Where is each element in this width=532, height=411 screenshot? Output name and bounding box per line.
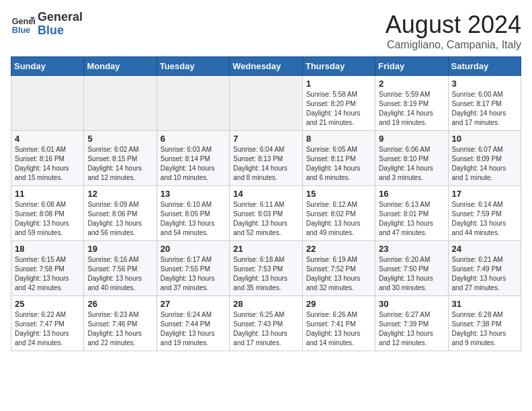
calendar-cell: 14Sunrise: 6:11 AM Sunset: 8:03 PM Dayli… (230, 186, 302, 241)
cell-content: Sunrise: 6:16 AM Sunset: 7:56 PM Dayligh… (87, 255, 152, 293)
calendar-week-row: 4Sunrise: 6:01 AM Sunset: 8:16 PM Daylig… (11, 131, 521, 186)
calendar-week-row: 18Sunrise: 6:15 AM Sunset: 7:58 PM Dayli… (11, 241, 521, 296)
day-number: 23 (379, 244, 444, 254)
weekday-header-tuesday: Tuesday (157, 57, 229, 76)
weekday-header-monday: Monday (84, 57, 157, 76)
day-number: 7 (233, 134, 298, 144)
day-number: 17 (452, 189, 517, 199)
calendar-body: 1Sunrise: 5:58 AM Sunset: 8:20 PM Daylig… (11, 76, 521, 351)
day-number: 13 (161, 189, 226, 199)
calendar-header: SundayMondayTuesdayWednesdayThursdayFrid… (11, 57, 521, 76)
cell-content: Sunrise: 6:07 AM Sunset: 8:09 PM Dayligh… (452, 145, 517, 183)
calendar-cell: 27Sunrise: 6:24 AM Sunset: 7:44 PM Dayli… (157, 296, 229, 351)
cell-content: Sunrise: 6:15 AM Sunset: 7:58 PM Dayligh… (15, 255, 80, 293)
calendar-cell: 15Sunrise: 6:12 AM Sunset: 8:02 PM Dayli… (302, 186, 375, 241)
cell-content: Sunrise: 6:24 AM Sunset: 7:44 PM Dayligh… (161, 310, 226, 348)
cell-content: Sunrise: 6:11 AM Sunset: 8:03 PM Dayligh… (233, 200, 298, 238)
calendar-week-row: 1Sunrise: 5:58 AM Sunset: 8:20 PM Daylig… (11, 76, 521, 131)
calendar-cell: 10Sunrise: 6:07 AM Sunset: 8:09 PM Dayli… (448, 131, 521, 186)
day-number: 10 (452, 134, 517, 144)
day-number: 2 (379, 79, 444, 89)
cell-content: Sunrise: 5:58 AM Sunset: 8:20 PM Dayligh… (306, 90, 371, 128)
cell-content: Sunrise: 6:05 AM Sunset: 8:11 PM Dayligh… (306, 145, 371, 183)
month-year-title: August 2024 (386, 11, 521, 39)
day-number: 11 (15, 189, 80, 199)
calendar-cell: 6Sunrise: 6:03 AM Sunset: 8:14 PM Daylig… (157, 131, 229, 186)
cell-content: Sunrise: 6:18 AM Sunset: 7:53 PM Dayligh… (233, 255, 298, 293)
calendar-cell: 17Sunrise: 6:14 AM Sunset: 7:59 PM Dayli… (448, 186, 521, 241)
day-number: 9 (379, 134, 444, 144)
cell-content: Sunrise: 6:09 AM Sunset: 8:06 PM Dayligh… (87, 200, 152, 238)
calendar-cell: 8Sunrise: 6:05 AM Sunset: 8:11 PM Daylig… (302, 131, 375, 186)
calendar-cell: 1Sunrise: 5:58 AM Sunset: 8:20 PM Daylig… (302, 76, 375, 131)
cell-content: Sunrise: 6:27 AM Sunset: 7:39 PM Dayligh… (379, 310, 444, 348)
calendar-cell: 9Sunrise: 6:06 AM Sunset: 8:10 PM Daylig… (375, 131, 448, 186)
calendar-cell: 23Sunrise: 6:20 AM Sunset: 7:50 PM Dayli… (375, 241, 448, 296)
day-number: 30 (379, 299, 444, 309)
day-number: 12 (87, 189, 152, 199)
calendar-cell: 3Sunrise: 6:00 AM Sunset: 8:17 PM Daylig… (448, 76, 521, 131)
logo: General Blue General Blue (11, 11, 83, 38)
logo-general: General (38, 11, 83, 24)
weekday-header-row: SundayMondayTuesdayWednesdayThursdayFrid… (11, 57, 521, 76)
calendar-cell: 16Sunrise: 6:13 AM Sunset: 8:01 PM Dayli… (375, 186, 448, 241)
day-number: 8 (306, 134, 371, 144)
cell-content: Sunrise: 6:20 AM Sunset: 7:50 PM Dayligh… (379, 255, 444, 293)
calendar-cell: 20Sunrise: 6:17 AM Sunset: 7:55 PM Dayli… (157, 241, 229, 296)
title-section: August 2024 Camigliano, Campania, Italy (386, 11, 521, 51)
calendar-cell: 29Sunrise: 6:26 AM Sunset: 7:41 PM Dayli… (302, 296, 375, 351)
cell-content: Sunrise: 6:26 AM Sunset: 7:41 PM Dayligh… (306, 310, 371, 348)
weekday-header-thursday: Thursday (302, 57, 375, 76)
cell-content: Sunrise: 6:06 AM Sunset: 8:10 PM Dayligh… (379, 145, 444, 183)
calendar-cell: 28Sunrise: 6:25 AM Sunset: 7:43 PM Dayli… (230, 296, 302, 351)
day-number: 14 (233, 189, 298, 199)
day-number: 3 (452, 79, 517, 89)
cell-content: Sunrise: 6:21 AM Sunset: 7:49 PM Dayligh… (452, 255, 517, 293)
calendar-cell: 7Sunrise: 6:04 AM Sunset: 8:13 PM Daylig… (230, 131, 302, 186)
day-number: 4 (15, 134, 80, 144)
day-number: 16 (379, 189, 444, 199)
calendar-cell: 22Sunrise: 6:19 AM Sunset: 7:52 PM Dayli… (302, 241, 375, 296)
day-number: 1 (306, 79, 371, 89)
cell-content: Sunrise: 6:08 AM Sunset: 8:08 PM Dayligh… (15, 200, 80, 238)
cell-content: Sunrise: 6:28 AM Sunset: 7:38 PM Dayligh… (452, 310, 517, 348)
day-number: 26 (87, 299, 152, 309)
day-number: 27 (161, 299, 226, 309)
cell-content: Sunrise: 6:22 AM Sunset: 7:47 PM Dayligh… (15, 310, 80, 348)
calendar-cell: 24Sunrise: 6:21 AM Sunset: 7:49 PM Dayli… (448, 241, 521, 296)
cell-content: Sunrise: 6:19 AM Sunset: 7:52 PM Dayligh… (306, 255, 371, 293)
day-number: 24 (452, 244, 517, 254)
day-number: 25 (15, 299, 80, 309)
cell-content: Sunrise: 6:25 AM Sunset: 7:43 PM Dayligh… (233, 310, 298, 348)
cell-content: Sunrise: 6:10 AM Sunset: 8:05 PM Dayligh… (161, 200, 226, 238)
day-number: 18 (15, 244, 80, 254)
day-number: 19 (87, 244, 152, 254)
cell-content: Sunrise: 6:01 AM Sunset: 8:16 PM Dayligh… (15, 145, 80, 183)
cell-content: Sunrise: 6:00 AM Sunset: 8:17 PM Dayligh… (452, 90, 517, 128)
calendar-cell: 21Sunrise: 6:18 AM Sunset: 7:53 PM Dayli… (230, 241, 302, 296)
cell-content: Sunrise: 6:04 AM Sunset: 8:13 PM Dayligh… (233, 145, 298, 183)
calendar-cell (84, 76, 157, 131)
calendar-cell (230, 76, 302, 131)
calendar-table: SundayMondayTuesdayWednesdayThursdayFrid… (11, 56, 521, 351)
calendar-week-row: 11Sunrise: 6:08 AM Sunset: 8:08 PM Dayli… (11, 186, 521, 241)
cell-content: Sunrise: 6:17 AM Sunset: 7:55 PM Dayligh… (161, 255, 226, 293)
calendar-cell: 4Sunrise: 6:01 AM Sunset: 8:16 PM Daylig… (11, 131, 84, 186)
day-number: 29 (306, 299, 371, 309)
calendar-cell (11, 76, 84, 131)
svg-text:Blue: Blue (12, 25, 30, 34)
page-header: General Blue General Blue August 2024 Ca… (11, 11, 521, 51)
cell-content: Sunrise: 6:02 AM Sunset: 8:15 PM Dayligh… (87, 145, 152, 183)
logo-text: General Blue (38, 11, 83, 38)
day-number: 5 (87, 134, 152, 144)
day-number: 20 (161, 244, 226, 254)
day-number: 6 (161, 134, 226, 144)
calendar-cell: 25Sunrise: 6:22 AM Sunset: 7:47 PM Dayli… (11, 296, 84, 351)
cell-content: Sunrise: 6:12 AM Sunset: 8:02 PM Dayligh… (306, 200, 371, 238)
calendar-cell: 2Sunrise: 5:59 AM Sunset: 8:19 PM Daylig… (375, 76, 448, 131)
calendar-cell: 30Sunrise: 6:27 AM Sunset: 7:39 PM Dayli… (375, 296, 448, 351)
weekday-header-friday: Friday (375, 57, 448, 76)
cell-content: Sunrise: 6:14 AM Sunset: 7:59 PM Dayligh… (452, 200, 517, 238)
calendar-cell: 31Sunrise: 6:28 AM Sunset: 7:38 PM Dayli… (448, 296, 521, 351)
calendar-cell: 12Sunrise: 6:09 AM Sunset: 8:06 PM Dayli… (84, 186, 157, 241)
